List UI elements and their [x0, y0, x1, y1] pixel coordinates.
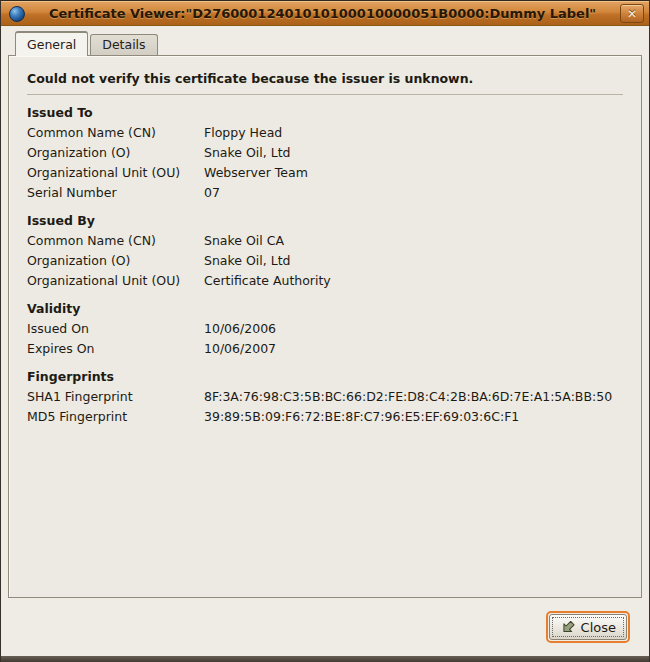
dialog-body: General Details Could not verify this ce…	[1, 26, 649, 656]
field-value: 8F:3A:76:98:C3:5B:BC:66:D2:FE:D8:C4:2B:B…	[204, 387, 623, 407]
certificate-viewer-window: Certificate Viewer:"D2760001240101010001…	[0, 0, 650, 662]
window-close-button[interactable]: ✕	[620, 4, 644, 23]
field-label: Organizational Unit (OU)	[27, 271, 204, 291]
table-row: Serial Number 07	[27, 183, 623, 203]
field-label: SHA1 Fingerprint	[27, 387, 204, 407]
section-heading-issued-to: Issued To	[27, 105, 623, 120]
tab-general[interactable]: General	[15, 31, 88, 56]
field-value: Webserver Team	[204, 163, 623, 183]
section-heading-issued-by: Issued By	[27, 213, 623, 228]
section-heading-fingerprints: Fingerprints	[27, 369, 623, 384]
field-value: Snake Oil CA	[204, 231, 623, 251]
tab-bar: General Details	[8, 26, 642, 55]
field-label: Organization (O)	[27, 251, 204, 271]
validity-rows: Issued On 10/06/2006 Expires On 10/06/20…	[27, 319, 623, 359]
field-value: 10/06/2007	[204, 339, 623, 359]
table-row: MD5 Fingerprint 39:89:5B:09:F6:72:BE:8F:…	[27, 407, 623, 427]
dialog-action-area: Close	[8, 598, 642, 656]
field-label: Organizational Unit (OU)	[27, 163, 204, 183]
window-globe-icon	[9, 6, 25, 22]
field-value: Snake Oil, Ltd	[204, 143, 623, 163]
field-value: 07	[204, 183, 623, 203]
field-label: Organization (O)	[27, 143, 204, 163]
table-row: Organization (O) Snake Oil, Ltd	[27, 143, 623, 163]
close-button-focus-ring: Close	[546, 611, 630, 643]
field-label: MD5 Fingerprint	[27, 407, 204, 427]
field-value: 10/06/2006	[204, 319, 623, 339]
field-label: Common Name (CN)	[27, 123, 204, 143]
field-value: Certificate Authority	[204, 271, 623, 291]
field-label: Issued On	[27, 319, 204, 339]
field-value: Floppy Head	[204, 123, 623, 143]
issued-by-rows: Common Name (CN) Snake Oil CA Organizati…	[27, 231, 623, 291]
close-icon: ✕	[627, 8, 637, 20]
table-row: Common Name (CN) Snake Oil CA	[27, 231, 623, 251]
tab-details[interactable]: Details	[90, 34, 157, 55]
table-row: Organizational Unit (OU) Certificate Aut…	[27, 271, 623, 291]
table-row: Common Name (CN) Floppy Head	[27, 123, 623, 143]
table-row: SHA1 Fingerprint 8F:3A:76:98:C3:5B:BC:66…	[27, 387, 623, 407]
close-button[interactable]: Close	[549, 614, 627, 640]
issued-to-rows: Common Name (CN) Floppy Head Organizatio…	[27, 123, 623, 203]
titlebar[interactable]: Certificate Viewer:"D2760001240101010001…	[1, 0, 649, 26]
window-bottom-border	[1, 656, 649, 662]
separator	[27, 94, 623, 95]
window-title: Certificate Viewer:"D2760001240101010001…	[25, 6, 620, 21]
field-value: 39:89:5B:09:F6:72:BE:8F:C7:96:E5:EF:69:0…	[204, 407, 623, 427]
close-button-label: Close	[581, 620, 616, 635]
table-row: Expires On 10/06/2007	[27, 339, 623, 359]
field-value: Snake Oil, Ltd	[204, 251, 623, 271]
field-label: Serial Number	[27, 183, 204, 203]
field-label: Common Name (CN)	[27, 231, 204, 251]
table-row: Organizational Unit (OU) Webserver Team	[27, 163, 623, 183]
fingerprint-rows: SHA1 Fingerprint 8F:3A:76:98:C3:5B:BC:66…	[27, 387, 623, 427]
section-heading-validity: Validity	[27, 301, 623, 316]
table-row: Organization (O) Snake Oil, Ltd	[27, 251, 623, 271]
general-tab-panel: Could not verify this certificate becaus…	[8, 55, 642, 598]
verification-warning: Could not verify this certificate becaus…	[27, 71, 623, 86]
close-arrow-icon	[560, 619, 577, 635]
field-label: Expires On	[27, 339, 204, 359]
table-row: Issued On 10/06/2006	[27, 319, 623, 339]
